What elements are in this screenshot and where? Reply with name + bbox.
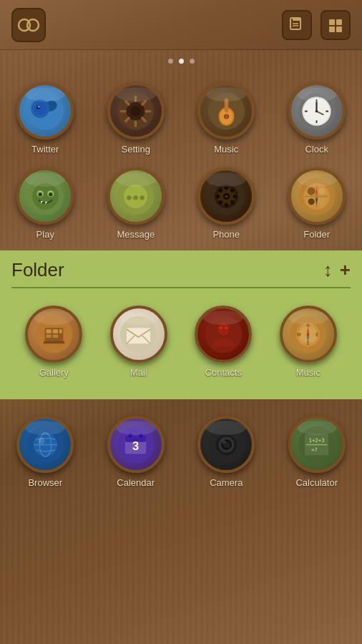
svg-point-73 (308, 198, 315, 205)
svg-point-114 (129, 433, 133, 437)
icon-camera-label: Camera (210, 477, 243, 488)
svg-text:3: 3 (132, 439, 139, 452)
icon-music-folder[interactable]: N S E W Music (266, 300, 351, 385)
top-bar-right (282, 10, 351, 40)
top-bar (0, 0, 362, 50)
icon-setting[interactable]: Setting (91, 77, 182, 162)
icon-play-label: Play (36, 229, 54, 240)
svg-rect-88 (127, 328, 150, 343)
svg-rect-7 (336, 19, 342, 25)
svg-point-59 (225, 185, 229, 190)
svg-point-55 (140, 195, 145, 200)
svg-point-13 (34, 102, 47, 114)
svg-text:S: S (307, 341, 310, 346)
icon-twitter-label: Twitter (31, 144, 59, 155)
svg-point-92 (217, 323, 230, 335)
icon-calendar[interactable]: 3 Calendar (91, 410, 182, 495)
svg-rect-8 (329, 26, 335, 32)
icon-gallery[interactable]: Gallery (11, 300, 97, 385)
folder-icons-grid: Gallery Mail (11, 294, 351, 385)
svg-text:N: N (306, 322, 310, 327)
svg-point-53 (127, 195, 131, 200)
svg-point-72 (319, 187, 326, 194)
folder-sort-button[interactable]: ↕ (323, 259, 333, 281)
icon-twitter[interactable]: Twitter (0, 77, 91, 162)
svg-point-66 (218, 200, 222, 205)
bottom-icon-grid: Browser 3 Calendar (0, 399, 362, 499)
svg-point-50 (49, 192, 53, 197)
svg-point-54 (134, 195, 138, 200)
icon-browser-label: Browser (28, 477, 62, 488)
icon-mail[interactable]: Mail (97, 300, 182, 385)
dot-2[interactable] (179, 59, 184, 64)
icon-calculator[interactable]: 1+2+3 =? Calculator (272, 410, 363, 495)
svg-point-109 (38, 437, 44, 444)
svg-point-122 (228, 446, 230, 449)
icon-play[interactable]: Play (0, 162, 91, 247)
icon-camera[interactable]: Camera (181, 410, 272, 495)
app-logo[interactable] (11, 8, 46, 42)
icon-folder[interactable]: Folder (272, 162, 363, 247)
svg-rect-81 (46, 329, 51, 333)
folder-actions: ↕ + (323, 259, 351, 281)
dot-3[interactable] (190, 59, 195, 64)
icon-browser[interactable]: Browser (0, 410, 91, 495)
svg-point-14 (36, 105, 39, 109)
dot-1[interactable] (168, 59, 173, 64)
svg-rect-85 (52, 334, 57, 338)
svg-point-93 (220, 326, 222, 329)
svg-rect-82 (52, 329, 57, 333)
icon-folder-label: Folder (303, 229, 330, 240)
svg-rect-86 (44, 341, 64, 343)
icon-setting-label: Setting (122, 144, 150, 155)
icon-calculator-label: Calculator (295, 477, 338, 488)
folder-header: Folder ↕ + (11, 259, 351, 288)
icon-clock[interactable]: Clock (272, 77, 363, 162)
svg-point-65 (230, 188, 235, 192)
icon-gallery-label: Gallery (39, 367, 69, 378)
svg-point-63 (218, 188, 222, 192)
svg-point-1 (27, 19, 39, 31)
page-dots (0, 50, 362, 69)
svg-point-62 (233, 194, 237, 198)
icon-contacts[interactable]: Contacts (181, 300, 266, 385)
folder-add-button[interactable]: + (340, 259, 351, 281)
svg-point-46 (32, 183, 59, 210)
icon-calendar-label: Calendar (117, 477, 155, 488)
svg-rect-9 (336, 26, 342, 32)
svg-point-71 (308, 187, 315, 195)
svg-text:E: E (315, 332, 319, 337)
icon-musicf-label: Music (296, 367, 321, 378)
folder-title: Folder (11, 259, 64, 281)
icon-mail-label: Mail (130, 367, 147, 378)
svg-point-44 (315, 109, 318, 112)
svg-point-94 (225, 326, 228, 329)
icon-phone[interactable]: Phone (181, 162, 272, 247)
svg-point-15 (38, 106, 39, 107)
svg-text:=?: =? (311, 446, 318, 452)
svg-point-74 (318, 197, 326, 205)
svg-point-64 (230, 200, 235, 205)
svg-point-121 (222, 440, 226, 444)
svg-point-18 (130, 106, 141, 117)
svg-rect-83 (59, 329, 62, 333)
svg-point-49 (38, 192, 42, 197)
svg-point-60 (225, 203, 229, 207)
icon-music-label: Music (214, 144, 238, 155)
svg-point-61 (216, 194, 220, 198)
menu-button[interactable] (321, 10, 351, 40)
tag-button[interactable] (282, 10, 312, 40)
folder-panel: Folder ↕ + (0, 250, 362, 399)
main-icon-grid: Twitter (0, 69, 362, 250)
icon-contacts-label: Contacts (205, 367, 242, 378)
icon-clock-label: Clock (305, 144, 328, 155)
svg-point-115 (139, 433, 143, 437)
icon-message[interactable]: Message (91, 162, 182, 247)
icon-music[interactable]: Music (181, 77, 272, 162)
icon-message-label: Message (117, 229, 155, 240)
svg-text:1+2+3: 1+2+3 (309, 436, 325, 443)
svg-rect-84 (46, 334, 51, 338)
main-container: Twitter (0, 0, 362, 644)
svg-text:W: W (297, 332, 302, 337)
svg-point-104 (307, 333, 310, 336)
